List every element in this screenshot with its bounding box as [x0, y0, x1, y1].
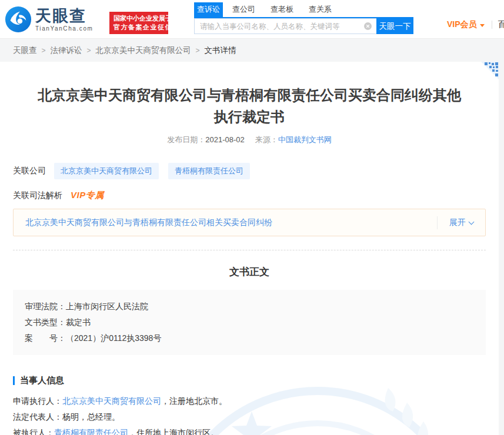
tianyancha-logo[interactable]: 天眼查 TianYanCha.com: [5, 6, 94, 33]
publish-date-label: 发布日期：: [167, 135, 205, 144]
gov-badge-line1: 国家中小企业发展子基金旗下: [114, 14, 164, 23]
tab-relation[interactable]: 查关系: [306, 2, 335, 17]
breadcrumb-company[interactable]: 北京京美中天商贸有限公司: [96, 45, 191, 56]
case-number-value: （2021）沪0112执3398号: [66, 333, 161, 343]
party-paragraph: 被执行人：青梧桐有限责任公司，住所地上海市闵行区。: [13, 425, 486, 435]
para-suffix: ，注册地北京市。: [161, 396, 227, 406]
vip-exclusive-badge: VIP专属: [71, 190, 104, 201]
company-inline-link[interactable]: 青梧桐有限责任公司: [54, 428, 128, 435]
tab-boss[interactable]: 查老板: [268, 2, 296, 17]
expand-area: 展开: [437, 216, 473, 229]
header-divider: [492, 21, 492, 29]
search-tabs: 查诉讼 查公司 查老板 查关系: [194, 5, 413, 18]
breadcrumb-separator: >: [87, 46, 91, 55]
related-companies-row: 关联公司 北京京美中天商贸有限公司 青梧桐有限责任公司: [13, 163, 486, 179]
tab-lawsuit[interactable]: 查诉讼: [194, 2, 223, 17]
doc-type-label: 文书类型：: [25, 317, 66, 327]
document-card: 北京京美中天商贸有限公司与青梧桐有限责任公司买卖合同纠纷其他执行裁定书 发布日期…: [0, 62, 499, 435]
logo-domain: TianYanCha.com: [35, 25, 94, 32]
publish-date-value: 2021-08-02: [205, 135, 245, 144]
party-info-header: 当事人信息: [13, 375, 486, 386]
case-number-label: 案 号：: [25, 333, 66, 343]
doc-type-value: 裁定书: [66, 317, 91, 327]
breadcrumb-lawsuit[interactable]: 法律诉讼: [51, 45, 82, 56]
company-inline-link[interactable]: 北京京美中天商贸有限公司: [62, 396, 161, 406]
expand-label: 展开: [449, 218, 466, 228]
related-case-box: 北京京美中天商贸有限公司与青梧桐有限责任公司相关买卖合同纠纷 展开: [13, 209, 486, 236]
breadcrumb-separator: >: [196, 46, 200, 55]
judicial-analysis-row: 关联司法解析 VIP专属: [13, 190, 486, 201]
logo-text: 天眼查 TianYanCha.com: [35, 8, 94, 32]
vip-member-menu[interactable]: VIP会员: [447, 19, 485, 30]
company-tag[interactable]: 北京京美中天商贸有限公司: [54, 163, 159, 179]
party-info-title: 当事人信息: [20, 375, 64, 386]
dashed-divider: [13, 250, 486, 250]
doc-type-row: 文书类型：裁定书: [25, 314, 474, 330]
qr-code-corner-icon[interactable]: [481, 62, 499, 79]
search-module: 查诉讼 查公司 查老板 查关系 天眼一下: [194, 5, 413, 34]
search-input[interactable]: [194, 18, 376, 34]
gov-certification-badge: 国家中小企业发展子基金旗下 官方备案企业征信机构: [109, 12, 168, 34]
para-suffix: 杨明，总经理。: [62, 412, 120, 421]
chevron-down-icon: [469, 219, 475, 225]
breadcrumb: 天眼查 > 法律诉讼 > 北京京美中天商贸有限公司 > 文书详情: [0, 39, 504, 62]
document-title: 北京京美中天商贸有限公司与青梧桐有限责任公司买卖合同纠纷其他执行裁定书: [13, 62, 486, 128]
top-header: 天眼查 TianYanCha.com 国家中小企业发展子基金旗下 官方备案企业征…: [0, 0, 504, 39]
related-companies-label: 关联公司: [13, 166, 46, 176]
search-row: 天眼一下: [194, 18, 413, 34]
search-button[interactable]: 天眼一下: [376, 18, 413, 34]
source-label: 来源：: [255, 135, 278, 144]
party-paragraphs: 申请执行人：北京京美中天商贸有限公司，注册地北京市。 法定代表人：杨明，总经理。…: [13, 393, 486, 435]
para-prefix: 申请执行人：: [13, 396, 62, 406]
breadcrumb-current: 文书详情: [205, 45, 236, 56]
tab-company[interactable]: 查公司: [229, 2, 258, 17]
para-prefix: 法定代表人：: [13, 412, 62, 421]
para-prefix: 被执行人：: [13, 428, 54, 435]
case-meta-box: 审理法院：上海市闵行区人民法院 文书类型：裁定书 案 号：（2021）沪0112…: [13, 290, 486, 355]
judicial-analysis-label: 关联司法解析: [13, 190, 62, 201]
party-paragraph: 申请执行人：北京京美中天商贸有限公司，注册地北京市。: [13, 393, 486, 409]
related-case-link[interactable]: 北京京美中天商贸有限公司与青梧桐有限责任公司相关买卖合同纠纷: [25, 218, 437, 228]
para-suffix: ，住所地上海市闵行区。: [128, 428, 219, 435]
gov-badge-line2: 官方备案企业征信机构: [114, 23, 164, 32]
clear-icon[interactable]: [364, 22, 372, 30]
toolbox-partial-label[interactable]: 百: [498, 19, 504, 30]
tianyancha-logo-icon: [5, 6, 32, 33]
logo-title: 天眼查: [35, 8, 94, 24]
court-value: 上海市闵行区人民法院: [66, 302, 148, 311]
expand-button[interactable]: 展开: [449, 218, 473, 228]
document-body-title: 文书正文: [13, 265, 486, 279]
card-inner: 北京京美中天商贸有限公司与青梧桐有限责任公司买卖合同纠纷其他执行裁定书 发布日期…: [0, 62, 499, 435]
section-accent-bar: [13, 376, 15, 385]
court-row: 审理法院：上海市闵行区人民法院: [25, 299, 474, 314]
vip-member-label: VIP会员: [447, 19, 477, 30]
party-paragraph: 法定代表人：杨明，总经理。: [13, 409, 486, 425]
breadcrumb-separator: >: [42, 46, 46, 55]
search-input-wrap: [194, 18, 376, 34]
case-number-row: 案 号：（2021）沪0112执3398号: [25, 330, 474, 346]
breadcrumb-home[interactable]: 天眼查: [13, 45, 37, 56]
expand-divider: [437, 216, 438, 229]
company-tag[interactable]: 青梧桐有限责任公司: [168, 163, 250, 179]
source-link[interactable]: 中国裁判文书网: [278, 135, 332, 144]
document-meta: 发布日期：2021-08-02来源：中国裁判文书网: [13, 135, 486, 145]
header-right: VIP会员 百: [447, 19, 504, 30]
caret-down-icon: [480, 24, 485, 27]
court-label: 审理法院：: [25, 302, 66, 311]
